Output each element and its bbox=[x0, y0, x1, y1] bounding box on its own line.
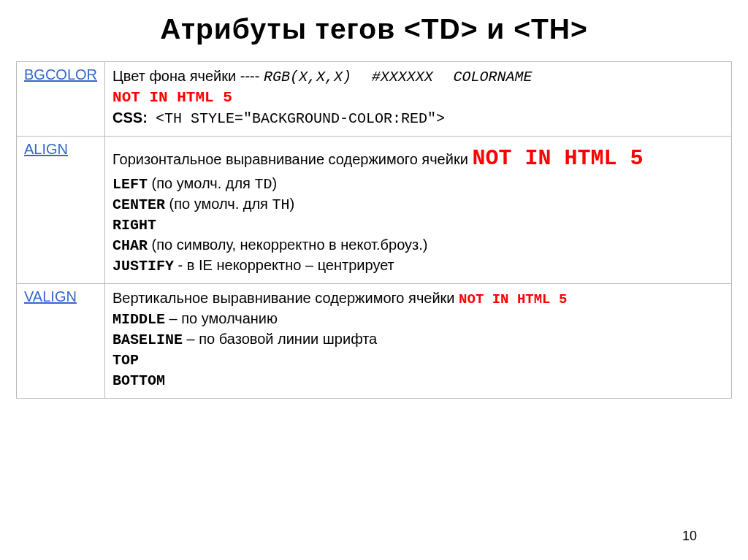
attr-link-bgcolor[interactable]: BGCOLOR bbox=[24, 66, 97, 83]
valign-middle-note: – по умолчанию bbox=[169, 310, 278, 326]
bgcolor-rgb: RGB(X,X,X) bbox=[264, 69, 351, 85]
valign-bottom: BOTTOM bbox=[112, 372, 165, 389]
valign-baseline-note: – по базовой линии шрифта bbox=[187, 331, 378, 347]
align-left: LEFT bbox=[112, 176, 148, 193]
align-center-tag: TH bbox=[272, 196, 289, 213]
align-right: RIGHT bbox=[112, 217, 156, 234]
attr-cell-valign: VALIGN bbox=[17, 283, 105, 399]
align-not5: NOT IN HTML 5 bbox=[472, 146, 643, 171]
align-justify: JUSTIFY bbox=[112, 258, 174, 275]
attr-cell-align: ALIGN bbox=[17, 137, 105, 284]
table-row: VALIGN Вертикальное выравнивание содержи… bbox=[17, 283, 732, 399]
page-number: 10 bbox=[682, 529, 697, 544]
table-row: BGCOLOR Цвет фона ячейки ---- RGB(X,X,X)… bbox=[17, 62, 732, 137]
valign-desc: Вертикальное выравнивание содержимого яч… bbox=[112, 290, 459, 306]
bgcolor-colorname: COLORNAME bbox=[454, 69, 533, 85]
align-justify-note: - в IE некорректно – центрирует bbox=[178, 257, 394, 273]
align-center-note: (по умолч. для bbox=[169, 196, 272, 212]
attr-link-align[interactable]: ALIGN bbox=[24, 141, 68, 157]
align-left-note: (по умолч. для bbox=[152, 175, 255, 191]
desc-cell-valign: Вертикальное выравнивание содержимого яч… bbox=[105, 283, 732, 399]
valign-middle: MIDDLE bbox=[112, 311, 165, 328]
bgcolor-hex: #XXXXXX bbox=[372, 69, 433, 85]
align-desc: Горизонтальное выравнивание содержимого … bbox=[112, 151, 472, 167]
align-char: CHAR bbox=[112, 237, 148, 254]
valign-top: TOP bbox=[112, 352, 139, 369]
bgcolor-css-code: <TH STYLE="BACKGROUND-COLOR:RED"> bbox=[156, 110, 445, 127]
align-left-tag: TD bbox=[254, 176, 272, 193]
align-center: CENTER bbox=[112, 196, 165, 213]
valign-baseline: BASELINE bbox=[112, 331, 183, 348]
bgcolor-desc: Цвет фона ячейки ---- bbox=[112, 68, 264, 84]
valign-not5: NOT IN HTML 5 bbox=[459, 291, 567, 307]
table-row: ALIGN Горизонтальное выравнивание содерж… bbox=[17, 137, 732, 284]
bgcolor-css-label: CSS: bbox=[112, 110, 148, 126]
desc-cell-align: Горизонтальное выравнивание содержимого … bbox=[105, 137, 732, 284]
page-title: Атрибуты тегов <TD> и <TH> bbox=[16, 13, 732, 45]
attributes-table: BGCOLOR Цвет фона ячейки ---- RGB(X,X,X)… bbox=[16, 61, 732, 399]
align-char-note: (по символу, некорректно в некот.броуз.) bbox=[152, 237, 428, 253]
attr-cell-bgcolor: BGCOLOR bbox=[17, 62, 105, 137]
bgcolor-not5: NOT IN HTML 5 bbox=[112, 89, 232, 106]
attr-link-valign[interactable]: VALIGN bbox=[24, 288, 77, 304]
desc-cell-bgcolor: Цвет фона ячейки ---- RGB(X,X,X) #XXXXXX… bbox=[105, 62, 732, 137]
